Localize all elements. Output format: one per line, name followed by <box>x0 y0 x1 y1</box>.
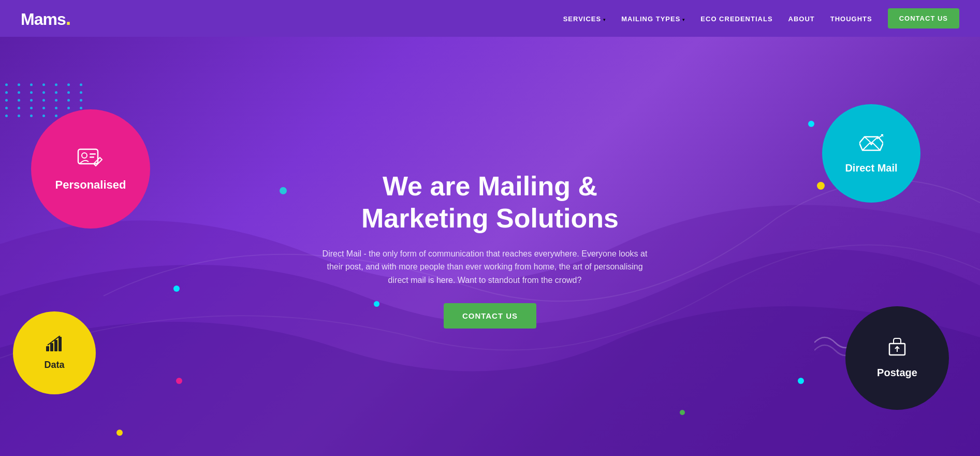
circle-data[interactable]: Data <box>13 311 96 394</box>
logo-text: Mams <box>21 10 66 28</box>
accent-dot-4 <box>116 430 123 436</box>
chevron-down-icon-mailing: ▾ <box>682 17 685 22</box>
nav-link-about[interactable]: ABOUT <box>788 15 815 23</box>
postage-label: Postage <box>877 367 917 379</box>
nav-link-services[interactable]: SERVICES <box>563 15 602 23</box>
circle-personalised[interactable]: Personalised <box>31 109 150 229</box>
svg-point-1 <box>82 153 87 158</box>
accent-dot-8 <box>680 410 685 415</box>
hero-content: We are Mailing & Marketing Solutions Dir… <box>309 170 671 329</box>
hero-description: Direct Mail - the only form of communica… <box>319 247 651 287</box>
accent-dot-5 <box>817 182 825 190</box>
nav-contact-button[interactable]: CONTACT US <box>888 8 959 28</box>
chevron-down-icon-services: ▾ <box>603 17 606 22</box>
personalised-label: Personalised <box>55 178 126 192</box>
nav-link-eco[interactable]: ECO CREDENTIALS <box>700 15 772 23</box>
nav-link-thoughts[interactable]: THOUGHTS <box>830 15 872 23</box>
svg-rect-4 <box>46 346 49 351</box>
navbar: Mams. SERVICES▾ MAILING TYPES▾ ECO CREDE… <box>0 0 980 37</box>
svg-rect-2 <box>90 153 96 155</box>
hero-cta-button[interactable]: CONTACT US <box>444 303 536 329</box>
logo[interactable]: Mams. <box>21 7 70 30</box>
nav-item-mailing[interactable]: MAILING TYPES▾ <box>621 14 685 23</box>
nav-links: SERVICES▾ MAILING TYPES▾ ECO CREDENTIALS… <box>563 8 959 28</box>
direct-mail-label: Direct Mail <box>845 162 897 174</box>
nav-item-thoughts[interactable]: THOUGHTS <box>830 14 872 23</box>
accent-dot-6 <box>808 121 814 127</box>
nav-link-mailing[interactable]: MAILING TYPES <box>621 15 680 23</box>
accent-dot-3 <box>176 378 182 384</box>
accent-dot-1 <box>173 286 180 292</box>
personalised-icon <box>77 146 104 173</box>
logo-dot: . <box>66 7 71 29</box>
accent-dot-7 <box>798 378 804 384</box>
circle-direct-mail[interactable]: Direct Mail <box>822 104 920 203</box>
nav-item-contact[interactable]: CONTACT US <box>888 8 959 28</box>
svg-rect-5 <box>50 343 53 351</box>
nav-item-services[interactable]: SERVICES▾ <box>563 14 606 23</box>
accent-dot-2 <box>280 187 287 194</box>
nav-item-eco[interactable]: ECO CREDENTIALS <box>700 14 772 23</box>
nav-item-about[interactable]: ABOUT <box>788 14 815 23</box>
data-label: Data <box>44 360 64 370</box>
direct-mail-icon <box>859 133 883 158</box>
postage-icon <box>885 337 909 363</box>
hero-title: We are Mailing & Marketing Solutions <box>319 170 661 235</box>
svg-rect-3 <box>90 156 94 158</box>
svg-rect-6 <box>54 340 57 351</box>
hero-section: Personalised Data Direct Mail <box>0 37 980 456</box>
svg-rect-7 <box>58 337 62 351</box>
circle-postage[interactable]: Postage <box>845 306 949 410</box>
data-icon <box>45 336 64 357</box>
